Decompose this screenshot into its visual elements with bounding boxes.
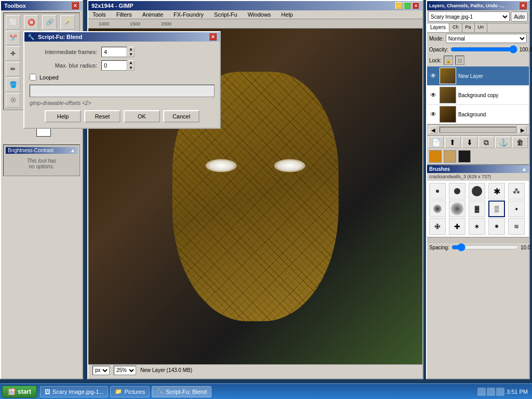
tool-dodge-burn[interactable]: ☉ [6,93,20,108]
brushes-grid: ✱ ⁂ ▓ ▒ ✦ ✙ ✚ ✶ ✷ ≋ [427,181,529,237]
menu-animate[interactable]: Animate [140,11,165,18]
tab-paths[interactable]: Pa [462,23,475,32]
menu-fxfoundry[interactable]: FX-Foundry [171,11,206,18]
swatch-orange[interactable] [429,150,442,163]
menu-scriptfu[interactable]: Script-Fu [212,11,240,18]
duplicate-layer-button[interactable]: ⧉ [478,137,494,148]
layer-name-bg: Background [458,112,527,117]
menu-windows[interactable]: Windows [246,11,273,18]
nav-right[interactable]: ▶ [518,126,527,134]
auto-button[interactable]: Auto [511,11,528,22]
brightness-msg2: no options. [10,164,73,169]
brush-texture-2[interactable]: ▒ [488,201,505,217]
opacity-slider[interactable] [450,46,517,53]
brush-dot-lg[interactable] [469,183,485,200]
brush-dot-sm[interactable] [429,183,446,200]
brush-star-2[interactable]: ✷ [488,218,505,235]
spin-down-frames[interactable]: ▼ [127,52,135,57]
opacity-label: Opacity: [429,47,448,52]
new-layer-button[interactable]: 📄 [428,137,444,148]
brush-soft-1[interactable] [429,201,446,217]
zoom-select[interactable]: 25% [114,366,136,375]
menu-help[interactable]: Help [279,11,295,18]
maximize-button[interactable]: □ [404,2,411,9]
tab-undo[interactable]: Un [475,23,488,32]
tool-pencil[interactable]: ✏ [6,62,20,76]
dialog-buttons-area: Help Reset OK Cancel [30,110,215,123]
brush-texture-3[interactable]: ✦ [508,201,525,217]
start-button[interactable]: 🪟 start [2,385,37,398]
layer-visibility-bg[interactable]: 👁 [429,110,437,118]
spin-up-blur[interactable]: ▲ [127,60,135,65]
layers-close[interactable]: ✕ [520,2,527,9]
tool-bucket-fill[interactable]: 🪣 [6,77,20,92]
mode-select[interactable]: Normal [446,34,527,43]
brush-scatter-1[interactable]: ✱ [488,183,505,200]
gimp-menubar: Tools Filters Animate FX-Foundry Script-… [88,10,422,19]
tool-free-select[interactable]: 🔗 [42,15,57,30]
lock-pixels-btn[interactable]: 🔒 [444,56,453,65]
layer-visibility-bg-copy[interactable]: 👁 [429,91,437,99]
tab-bar: Layers Ch Pa Un [427,23,529,33]
looped-checkbox[interactable] [30,74,36,81]
looped-label: Looped [39,74,59,81]
lock-alpha-btn[interactable]: □ [455,56,464,65]
raise-layer-button[interactable]: ⬆ [445,137,460,148]
tool-move[interactable]: ✛ [6,46,20,61]
brightness-content: This tool has no options. [6,154,77,174]
brushes-expand-icon[interactable]: ▲ [522,166,527,172]
layer-visibility-new[interactable]: 👁 [429,72,437,80]
delete-layer-button[interactable]: 🗑 [512,137,528,148]
toolbox-close-button[interactable]: ✕ [72,2,79,9]
brush-dot-md[interactable] [449,183,466,200]
help-button[interactable]: Help [45,110,81,123]
brush-cross-1[interactable]: ✙ [429,218,446,235]
lower-layer-button[interactable]: ⬇ [462,137,477,148]
unit-select[interactable]: px [92,366,110,375]
layer-item-new-layer[interactable]: 👁 New Layer [427,66,529,86]
brush-cross-2[interactable]: ✚ [449,218,466,235]
brightness-close[interactable]: ▲ [70,148,75,153]
max-blur-input[interactable] [101,60,127,71]
tool-fuzzy-select[interactable]: 🪄 [60,15,75,30]
spacing-slider[interactable] [451,244,518,250]
nav-left[interactable]: ◀ [429,126,437,134]
layer-item-background[interactable]: 👁 Background [427,105,529,124]
taskbar-item-scriptfu-label: Script-Fu: Blend [166,389,207,395]
menu-filters[interactable]: Filters [114,11,134,18]
anchor-layer-button[interactable]: ⚓ [495,137,511,148]
brush-star-1[interactable]: ✶ [469,218,485,235]
intermediate-frames-input[interactable] [101,47,127,57]
spin-down-blur[interactable]: ▼ [127,65,135,71]
close-button[interactable]: ✕ [412,2,419,9]
taskbar-item-gimp[interactable]: 🖼 Scary Image.jpg-1... [40,386,108,397]
brush-texture-1[interactable]: ▓ [469,201,485,217]
brush-soft-2[interactable] [449,201,466,217]
layer-item-bg-copy[interactable]: 👁 Background copy [427,86,529,105]
tool-rect-select[interactable]: ⬜ [6,15,20,30]
minimize-button[interactable]: ─ [395,2,403,9]
brush-scatter-2[interactable]: ⁂ [508,183,525,200]
swatch-tan[interactable] [444,150,456,163]
cancel-button[interactable]: Cancel [163,110,200,123]
ruler-mark-1000: 1000 [99,21,109,26]
taskbar-item-pictures[interactable]: 📁 Pictures [110,386,150,397]
lock-row: Lock: 🔒 □ [427,55,529,66]
toolbox-titlebar: Toolbox ✕ [1,1,82,10]
layer-thumb-bg [440,106,456,123]
tab-layers[interactable]: Layers [427,23,449,32]
ok-button[interactable]: OK [124,110,160,123]
nav-scrollbar[interactable] [440,127,516,133]
tool-crop[interactable]: ✂️ [6,31,20,45]
reset-button[interactable]: Reset [84,110,121,123]
taskbar-item-scriptfu[interactable]: 🔧 Script-Fu: Blend [152,386,211,397]
scriptfu-close-button[interactable]: ✕ [209,33,217,41]
brushes-scrollbar[interactable] [427,237,529,243]
brush-grunge[interactable]: ≋ [508,218,525,235]
menu-tools[interactable]: Tools [90,11,108,18]
swatch-black[interactable] [458,150,471,163]
tool-ellipse-select[interactable]: ⭕ [24,15,38,30]
spin-up-frames[interactable]: ▲ [127,47,135,52]
image-select[interactable]: Scary Image.jpg-1 [428,11,510,22]
tab-channels[interactable]: Ch [449,23,462,32]
